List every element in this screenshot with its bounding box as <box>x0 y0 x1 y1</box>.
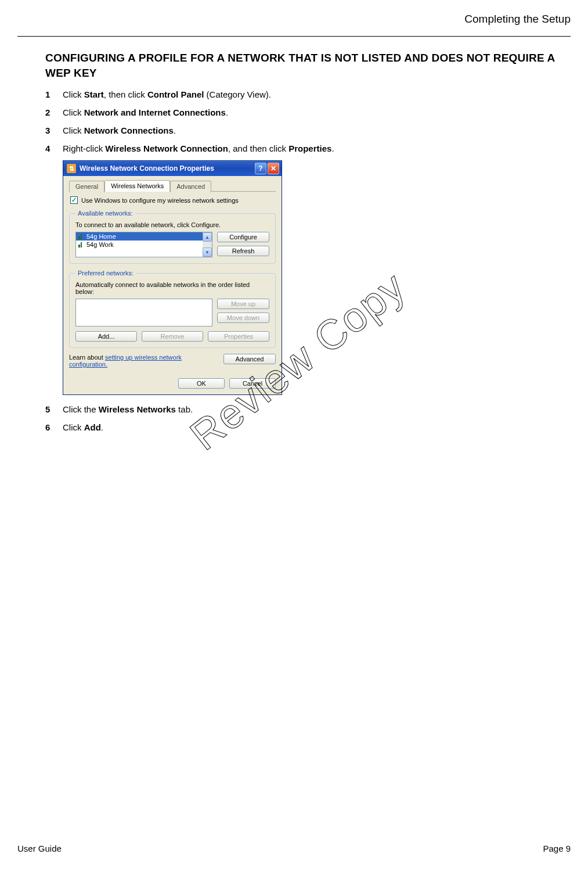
section-name: Completing the Setup <box>464 13 571 25</box>
network-item-selected[interactable]: 54g Home <box>76 232 212 241</box>
footer-left: User Guide <box>17 844 62 853</box>
dialog-screenshot: ⇅ Wireless Network Connection Properties… <box>63 160 282 395</box>
preferred-legend: Preferred networks: <box>75 270 136 277</box>
step-2: 2 Click Network and Internet Connections… <box>45 106 571 119</box>
titlebar[interactable]: ⇅ Wireless Network Connection Properties… <box>63 161 282 176</box>
xp-window: ⇅ Wireless Network Connection Properties… <box>63 160 282 395</box>
network-item[interactable]: 54g Work <box>76 241 212 249</box>
tab-strip: General Wireless Networks Advanced <box>69 180 276 192</box>
steps-list: 1 Click Start, then click Control Panel … <box>45 88 571 155</box>
add-button[interactable]: Add... <box>75 331 137 342</box>
page-header: Completing the Setup <box>0 0 588 26</box>
refresh-button[interactable]: Refresh <box>217 246 269 256</box>
learn-row: Learn about setting up wireless network … <box>69 354 276 368</box>
step-1: 1 Click Start, then click Control Panel … <box>45 88 571 101</box>
cancel-button[interactable]: Cancel <box>229 378 276 389</box>
step-4: 4 Right-click Wireless Network Connectio… <box>45 142 571 155</box>
section-title: CONFIGURING A PROFILE FOR A NETWORK THAT… <box>45 51 571 80</box>
page-footer: User Guide Page 9 <box>17 844 571 853</box>
ok-button[interactable]: OK <box>178 378 225 389</box>
signal-icon <box>78 242 84 247</box>
preferred-hint: Automatically connect to available netwo… <box>75 281 269 295</box>
footer-right: Page 9 <box>543 844 571 853</box>
tab-advanced[interactable]: Advanced <box>170 181 211 192</box>
move-down-button[interactable]: Move down <box>217 313 269 323</box>
step-5: 5 Click the Wireless Networks tab. <box>45 403 571 415</box>
scroll-up-icon[interactable]: ▲ <box>203 232 212 242</box>
scroll-down-icon[interactable]: ▼ <box>203 247 212 257</box>
checkbox-label: Use Windows to configure my wireless net… <box>81 197 239 204</box>
list-scrollbar[interactable]: ▲ ▼ <box>203 232 212 257</box>
step-6: 6 Click Add. <box>45 421 571 433</box>
preferred-networks-group: Preferred networks: Automatically connec… <box>69 270 276 348</box>
window-body: General Wireless Networks Advanced ✓ Use… <box>63 176 282 374</box>
move-up-button[interactable]: Move up <box>217 299 269 309</box>
available-networks-list[interactable]: 54g Home 54g Work ▲ ▼ <box>75 232 212 257</box>
signal-icon <box>78 234 84 239</box>
help-button[interactable]: ? <box>255 163 266 174</box>
checkbox-icon[interactable]: ✓ <box>70 196 78 204</box>
content-area: CONFIGURING A PROFILE FOR A NETWORK THAT… <box>0 37 588 433</box>
steps-list-continued: 5 Click the Wireless Networks tab. 6 Cli… <box>45 403 571 433</box>
preferred-networks-list[interactable] <box>75 299 212 326</box>
dialog-footer: OK Cancel <box>63 374 282 394</box>
available-hint: To connect to an available network, clic… <box>75 221 269 228</box>
use-windows-checkbox-row[interactable]: ✓ Use Windows to configure my wireless n… <box>70 196 276 204</box>
advanced-button[interactable]: Advanced <box>223 354 276 364</box>
available-networks-group: Available networks: To connect to an ava… <box>69 210 276 264</box>
remove-button[interactable]: Remove <box>142 331 203 342</box>
close-button[interactable]: ✕ <box>268 163 279 174</box>
properties-button[interactable]: Properties <box>208 331 269 342</box>
window-icon: ⇅ <box>67 164 76 173</box>
configure-button[interactable]: Configure <box>217 232 269 242</box>
tab-general[interactable]: General <box>69 181 104 192</box>
available-legend: Available networks: <box>75 210 135 217</box>
tab-wireless-networks[interactable]: Wireless Networks <box>104 180 170 192</box>
step-3: 3 Click Network Connections. <box>45 124 571 137</box>
window-title: Wireless Network Connection Properties <box>80 164 254 173</box>
